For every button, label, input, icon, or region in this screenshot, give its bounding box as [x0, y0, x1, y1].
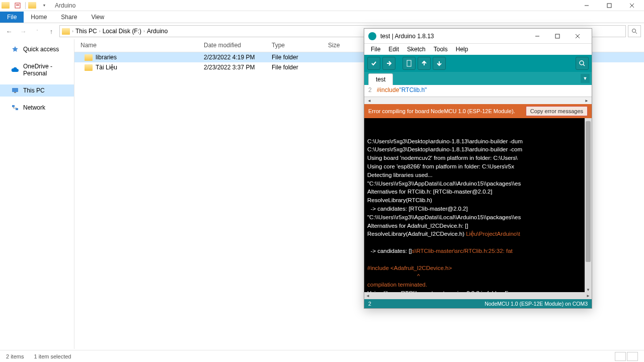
tab-menu-button[interactable]: ▼ — [581, 74, 590, 83]
window-title: Arduino — [55, 2, 75, 9]
menu-tools[interactable]: Tools — [430, 45, 451, 54]
arduino-status-bar: 2 NodeMCU 1.0 (ESP-12E Module) on COM3 — [364, 299, 592, 308]
maximize-button[interactable] — [598, 0, 620, 11]
scroll-left-icon[interactable]: ◄ — [364, 293, 371, 299]
console-line: C:\Users\r5xg3\Desktop\arduino-1.8.13\ar… — [367, 137, 589, 146]
arduino-tab-bar: test ▼ — [364, 72, 592, 85]
folder-icon — [85, 54, 93, 61]
folder-icon — [85, 64, 93, 71]
arduino-title: test | Arduino 1.8.13 — [380, 33, 527, 40]
breadcrumb[interactable]: This PC — [73, 28, 99, 35]
nav-quick-access[interactable]: Quick access — [0, 43, 74, 55]
view-icons-button[interactable] — [627, 352, 638, 361]
arduino-titlebar[interactable]: test | Arduino 1.8.13 — [364, 29, 592, 44]
arduino-close-button[interactable] — [568, 29, 588, 43]
console-line: Alternatives for Adafruit_I2CDevice.h: [… — [367, 222, 589, 230]
console-line: ResolveLibrary(RTClib.h) — [367, 196, 589, 205]
nav-label: Quick access — [23, 46, 59, 53]
menu-file[interactable]: File — [367, 45, 384, 54]
nav-onedrive[interactable]: OneDrive - Personal — [0, 60, 74, 79]
svg-point-9 — [580, 61, 584, 65]
menu-sketch[interactable]: Sketch — [404, 45, 429, 54]
qat-properties-icon[interactable] — [13, 1, 23, 10]
file-date: 2/23/2022 3:37 PM — [198, 64, 266, 71]
console-output[interactable]: C:\Users\r5xg3\Desktop\arduino-1.8.13\ar… — [364, 118, 592, 292]
breadcrumb[interactable]: Arduino — [145, 28, 170, 35]
file-name: libraries — [96, 54, 117, 61]
console-line: "C:\\Users\\r5xg3\\AppData\\Local\\Ardui… — [367, 179, 589, 188]
view-details-button[interactable] — [615, 352, 626, 361]
code-keyword: #include — [377, 86, 399, 95]
code-editor[interactable]: 2 #include "RTClib.h" — [364, 85, 592, 97]
console-line: Alternatives for RTClib.h: [RTClib-maste… — [367, 188, 589, 196]
editor-h-scrollbar[interactable]: ◄ ► — [364, 97, 592, 104]
star-icon — [11, 46, 19, 53]
ribbon-share-tab[interactable]: Share — [54, 12, 84, 23]
status-board: NodeMCU 1.0 (ESP-12E Module) on COM3 — [485, 301, 588, 307]
scroll-right-icon[interactable]: ► — [583, 98, 590, 104]
status-bar: 2 items 1 item selected — [0, 350, 644, 362]
svg-rect-8 — [407, 60, 411, 66]
header-size[interactable]: Size — [322, 39, 362, 52]
scroll-right-icon[interactable]: ► — [585, 293, 592, 299]
sketch-tab[interactable]: test — [368, 73, 393, 85]
scroll-left-icon[interactable]: ◄ — [366, 98, 373, 104]
network-icon — [11, 104, 19, 111]
arduino-menubar: File Edit Sketch Tools Help — [364, 44, 592, 55]
file-type: File folder — [266, 54, 322, 61]
qat-folder-icon[interactable] — [28, 1, 38, 10]
nav-this-pc[interactable]: This PC — [0, 84, 74, 97]
open-button[interactable] — [418, 57, 431, 70]
cloud-icon — [11, 66, 19, 73]
back-button[interactable]: ← — [3, 25, 15, 37]
header-name[interactable]: Name — [74, 39, 198, 52]
nav-network[interactable]: Network — [0, 102, 74, 114]
menu-help[interactable]: Help — [452, 45, 472, 54]
save-button[interactable] — [433, 57, 446, 70]
breadcrumb[interactable]: Local Disk (F:) — [101, 28, 143, 35]
recent-dropdown[interactable]: ˅ — [31, 25, 43, 37]
console-line: Detecting libraries used... — [367, 171, 589, 179]
console-line: -> candidates: [RTClib-master@2.0.2] — [367, 205, 589, 213]
svg-point-2 — [632, 29, 636, 33]
forward-button[interactable]: → — [17, 25, 29, 37]
header-date[interactable]: Date modified — [198, 39, 266, 52]
console-v-scrollbar[interactable]: ▲ ▼ — [585, 118, 592, 292]
svg-rect-5 — [12, 105, 15, 107]
explorer-titlebar: ▼ Arduino — [0, 0, 644, 11]
arduino-maximize-button[interactable] — [547, 29, 568, 43]
verify-button[interactable] — [367, 57, 380, 70]
status-item-count: 2 items — [6, 353, 24, 359]
ribbon-view-tab[interactable]: View — [84, 12, 111, 23]
arduino-toolbar — [364, 55, 592, 72]
file-name: Tài Liệu — [96, 64, 117, 71]
console-h-scrollbar[interactable]: ◄ ► — [364, 292, 592, 299]
new-button[interactable] — [403, 57, 416, 70]
copy-error-button[interactable]: Copy error messages — [526, 106, 588, 116]
arduino-minimize-button[interactable] — [527, 29, 547, 43]
up-button[interactable]: ↑ — [45, 25, 57, 37]
console-line: Using core 'esp8266' from platform in fo… — [367, 162, 589, 171]
nav-label: Network — [23, 104, 45, 111]
ribbon: File Home Share View — [0, 11, 644, 23]
console-line — [367, 238, 589, 247]
menu-edit[interactable]: Edit — [385, 45, 403, 54]
ribbon-file-tab[interactable]: File — [0, 12, 24, 23]
qat-dropdown-icon[interactable]: ▼ — [39, 1, 49, 10]
navigation-pane: Quick access OneDrive - Personal This PC… — [0, 39, 74, 349]
svg-rect-4 — [14, 92, 16, 93]
ribbon-home-tab[interactable]: Home — [24, 12, 54, 23]
status-line: 2 — [368, 301, 371, 307]
line-number: 2 — [368, 86, 372, 95]
pc-icon — [11, 87, 19, 94]
svg-rect-7 — [555, 34, 559, 38]
code-string: "RTClib.h" — [399, 86, 427, 95]
upload-button[interactable] — [382, 57, 395, 70]
header-type[interactable]: Type — [266, 39, 322, 52]
serial-monitor-button[interactable] — [576, 57, 589, 70]
search-box[interactable] — [628, 25, 641, 37]
minimize-button[interactable] — [575, 0, 598, 11]
close-button[interactable] — [620, 0, 643, 11]
error-message: Error compiling for board NodeMCU 1.0 (E… — [368, 108, 515, 114]
svg-rect-3 — [12, 88, 18, 92]
